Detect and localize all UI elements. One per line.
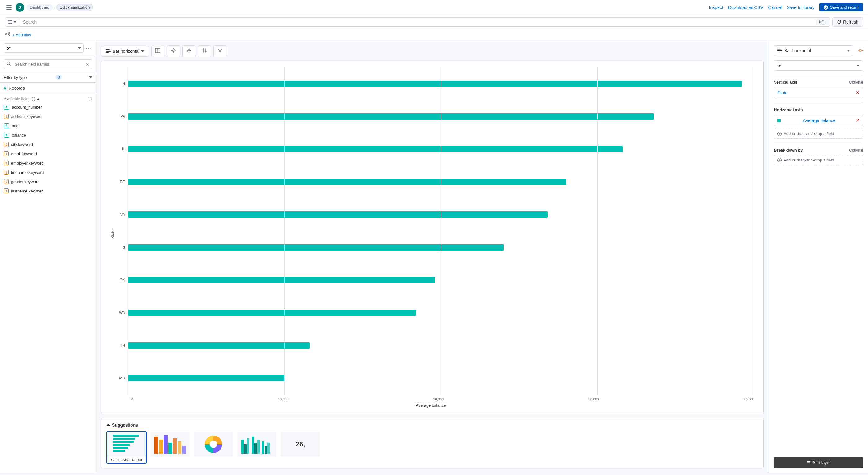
vertical-axis-optional: Optional <box>849 80 863 84</box>
bar <box>128 375 285 381</box>
bar-row <box>128 80 754 88</box>
cancel-button[interactable]: Cancel <box>768 5 782 10</box>
bar <box>128 343 310 349</box>
y-label: IN <box>117 80 125 88</box>
add-filter-button[interactable]: + Add filter <box>12 33 32 37</box>
svg-rect-13 <box>106 51 111 52</box>
save-library-button[interactable]: Save to library <box>787 5 814 10</box>
horizontal-axis-field: Average balance ✕ <box>774 115 863 126</box>
main-layout: b* ··· ✕ Filter by type 0 # Records Avai… <box>0 40 868 473</box>
add-layer-button[interactable]: Add layer <box>774 457 863 468</box>
suggestion-bar-vertical[interactable] <box>150 431 190 464</box>
field-name: age <box>12 124 19 128</box>
svg-rect-25 <box>154 437 158 453</box>
bar <box>128 113 654 120</box>
index-selector: b* ··· <box>0 40 96 56</box>
svg-rect-40 <box>262 441 264 453</box>
right-chart-chevron-icon <box>847 50 850 52</box>
svg-rect-27 <box>164 435 167 453</box>
field-item-firstname-keyword[interactable]: t firstname.keyword <box>0 168 96 177</box>
field-item-age[interactable]: # age <box>0 121 96 130</box>
kql-badge[interactable]: KQL <box>815 19 830 26</box>
svg-point-8 <box>8 35 10 36</box>
filter-type-label: Filter by type <box>4 75 27 80</box>
field-item-city-keyword[interactable]: t city.keyword <box>0 140 96 149</box>
field-type-hash: # <box>4 132 9 138</box>
refresh-button[interactable]: Refresh <box>832 18 863 27</box>
svg-rect-38 <box>254 443 257 453</box>
bar-row <box>128 308 754 317</box>
field-item-gender-keyword[interactable]: t gender.keyword <box>0 177 96 186</box>
y-axis-labels: INPAILDEVARIOKWATNMD <box>117 67 128 394</box>
y-label: PA <box>117 112 125 121</box>
save-return-button[interactable]: Save and return <box>819 3 863 11</box>
filter-icon[interactable] <box>5 32 10 37</box>
add-breakdown-field-button[interactable]: Add or drag-and-drop a field <box>774 155 863 165</box>
suggestions-header[interactable]: Suggestions <box>106 422 758 427</box>
records-section[interactable]: # Records <box>0 83 96 94</box>
remove-vertical-field-button[interactable]: ✕ <box>856 90 860 96</box>
field-item-account-number[interactable]: # account_number <box>0 102 96 112</box>
suggestion-current[interactable]: Current visualization <box>106 431 147 464</box>
chart-type-button[interactable]: Bar horizontal <box>101 46 149 57</box>
settings-button[interactable] <box>167 45 180 57</box>
y-label: RI <box>117 243 125 252</box>
download-csv-button[interactable]: Download as CSV <box>728 5 764 10</box>
refresh-label: Refresh <box>843 20 858 25</box>
breakdown-optional: Optional <box>849 148 863 152</box>
add-horizontal-field-button[interactable]: Add or drag-and-drop a field <box>774 128 863 139</box>
bar-grouped-thumbnail <box>240 434 274 455</box>
breakdown-header: Break down by Optional <box>774 148 863 152</box>
right-chart-type-select[interactable]: Bar horizontal <box>774 45 854 56</box>
hamburger-button[interactable] <box>5 4 13 11</box>
table-view-button[interactable] <box>151 46 164 57</box>
search-toggle[interactable] <box>5 18 20 26</box>
suggestion-number-text: 26, <box>296 432 305 457</box>
field-item-balance[interactable]: # balance <box>0 130 96 140</box>
search-fields-input[interactable] <box>13 60 83 68</box>
chevron-down-icon <box>89 77 92 78</box>
suggestion-pie[interactable] <box>193 431 234 464</box>
suggestion-thumb-bar-vertical <box>151 432 190 457</box>
index-pattern-select[interactable]: b* <box>4 43 84 53</box>
breakdown-section: Break down by Optional Add or drag-and-d… <box>774 148 863 165</box>
svg-rect-30 <box>178 441 182 453</box>
field-item-lastname-keyword[interactable]: t lastname.keyword <box>0 186 96 196</box>
search-fields-inner: ✕ <box>4 59 92 69</box>
breadcrumb: Dashboard › Edit visualization <box>27 4 93 11</box>
drag-button[interactable] <box>182 45 195 57</box>
add-breakdown-label: Add or drag-and-drop a field <box>784 158 834 162</box>
field-item-employer-keyword[interactable]: t employer.keyword <box>0 158 96 168</box>
suggestion-bar-grouped[interactable] <box>237 431 277 464</box>
suggestion-number[interactable]: 26, <box>280 431 320 464</box>
svg-rect-20 <box>113 438 135 440</box>
filter-type-row[interactable]: Filter by type 0 <box>0 72 96 83</box>
index-more-button[interactable]: ··· <box>86 45 92 52</box>
suggestions-list: Current visualization <box>106 431 758 464</box>
remove-horizontal-field-button[interactable]: ✕ <box>856 117 860 123</box>
y-label: TN <box>117 341 125 350</box>
svg-rect-45 <box>777 52 780 53</box>
filter-down-button[interactable] <box>213 45 226 57</box>
field-type-hash: # <box>4 123 9 128</box>
chart-type-chevron <box>141 50 144 52</box>
search-fields-clear[interactable]: ✕ <box>83 60 92 69</box>
filter-count-badge: 0 <box>56 75 62 80</box>
bar-row <box>128 178 754 186</box>
y-label: VA <box>117 210 125 219</box>
plus-circle-breakdown-icon <box>777 158 782 162</box>
search-input[interactable] <box>20 18 815 26</box>
sort-button[interactable] <box>198 45 211 57</box>
green-dot-icon <box>777 119 780 122</box>
current-viz-thumbnail <box>110 434 144 455</box>
inspect-button[interactable]: Inspect <box>709 5 723 10</box>
y-axis-title: State <box>110 230 115 239</box>
horizontal-axis-section: Horizontal axis Average balance ✕ Add or… <box>774 108 863 139</box>
edit-chart-type-button[interactable]: ✏ <box>858 47 863 54</box>
field-item-email-keyword[interactable]: t email.keyword <box>0 149 96 158</box>
right-index-select[interactable]: b* <box>774 60 863 71</box>
breadcrumb-dashboard[interactable]: Dashboard <box>27 4 53 10</box>
available-fields-header: Available fields i 11 <box>0 94 96 102</box>
svg-rect-12 <box>106 49 110 50</box>
field-item-address-keyword[interactable]: t address.keyword <box>0 112 96 121</box>
